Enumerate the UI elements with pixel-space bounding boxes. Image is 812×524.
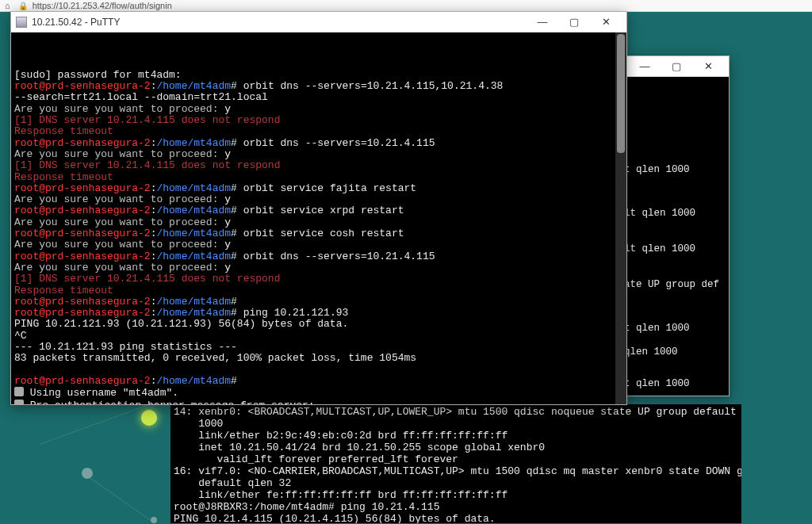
terminal-line: 83 packets transmitted, 0 received, 100%… bbox=[14, 353, 623, 364]
terminal-line bbox=[14, 365, 623, 376]
terminal-output[interactable]: [sudo] password for mt4adm:root@prd-senh… bbox=[11, 33, 626, 404]
terminal-line: --search=trt21.local --domain=trt21.loca… bbox=[14, 92, 623, 103]
terminal-line: root@prd-senhasegura-2:/home/mt4adm# pin… bbox=[14, 308, 623, 319]
login-banner-icon bbox=[14, 387, 24, 396]
putty-window: 10.21.50.42 - PuTTY — ▢ ✕ [sudo] passwor… bbox=[10, 11, 627, 405]
terminal-line: root@prd-senhasegura-2:/home/mt4adm# orb… bbox=[14, 81, 623, 92]
terminal-line: link/ether b2:9c:49:eb:c0:2d brd ff:ff:f… bbox=[174, 430, 738, 442]
bg-line bbox=[87, 476, 159, 524]
terminal-line: PING 10.21.121.93 (10.21.121.93) 56(84) … bbox=[14, 319, 623, 330]
minimize-button[interactable]: — bbox=[527, 13, 558, 32]
terminal-line: Are you sure you want to proceed: y bbox=[14, 239, 623, 251]
home-icon[interactable]: ⌂ bbox=[5, 1, 10, 10]
terminal-line: Are you sure you want to proceed: y bbox=[14, 104, 623, 115]
terminal-line: --- 10.21.121.93 ping statistics --- bbox=[14, 342, 623, 353]
window-title: 10.21.50.42 - PuTTY bbox=[32, 17, 120, 28]
terminal-line: inet 10.21.50.41/24 brd 10.21.50.255 sco… bbox=[174, 442, 738, 453]
terminal-line: Response timeout bbox=[14, 172, 623, 183]
terminal-line: Pre-authentication banner message from s… bbox=[14, 400, 623, 405]
terminal-line: Response timeout bbox=[14, 126, 623, 137]
scrollbar[interactable] bbox=[615, 33, 626, 404]
terminal-line: default qlen 32 bbox=[174, 477, 738, 489]
background-terminal-window: — ▢ ✕ t qlen 1000lt qlen 1000lt qlen 100… bbox=[619, 55, 730, 396]
terminal-line: Using username "mt4adm". bbox=[14, 387, 623, 399]
terminal-line: Are you sure you want to proceed: y bbox=[14, 262, 623, 273]
terminal-line: root@J8RBXR3:/home/mt4adm# ping 10.21.4.… bbox=[174, 501, 738, 513]
close-button[interactable]: ✕ bbox=[692, 57, 724, 76]
terminal-line: root@prd-senhasegura-2:/home/mt4adm# bbox=[14, 296, 623, 308]
middle-terminal-window: 14: xenbr0: <BROADCAST,MULTICAST,UP,LOWE… bbox=[170, 404, 741, 523]
browser-url[interactable]: https://10.21.253.42/flow/auth/signin bbox=[33, 1, 172, 10]
terminal-line: root@prd-senhasegura-2:/home/mt4adm# orb… bbox=[14, 251, 623, 262]
terminal-line: t qlen 1000 bbox=[624, 378, 690, 389]
terminal-line: PING 10.21.4.115 (10.21.4.115) 56(84) by… bbox=[174, 513, 738, 523]
terminal-line: ate UP group def bbox=[624, 279, 719, 290]
terminal-line: 14: xenbr0: <BROADCAST,MULTICAST,UP,LOWE… bbox=[174, 406, 738, 418]
close-button[interactable]: ✕ bbox=[590, 13, 622, 32]
terminal-line: [1] DNS server 10.21.4.115 does not resp… bbox=[14, 160, 623, 171]
terminal-line: Are you sure you want to proceed: y bbox=[14, 194, 623, 205]
terminal-line: root@prd-senhasegura-2:/home/mt4adm# orb… bbox=[14, 138, 623, 149]
terminal-line: link/ether fe:ff:ff:ff:ff:ff brd ff:ff:f… bbox=[174, 489, 738, 501]
terminal-line: [1] DNS server 10.21.4.115 does not resp… bbox=[14, 115, 623, 126]
bg-dot bbox=[151, 517, 157, 523]
bg-dot bbox=[82, 468, 93, 479]
terminal-line: [1] DNS server 10.21.4.115 does not resp… bbox=[14, 273, 623, 285]
scrollbar-thumb[interactable] bbox=[617, 34, 625, 153]
maximize-button[interactable]: ▢ bbox=[558, 13, 590, 32]
bg-dot bbox=[141, 410, 157, 426]
terminal-line: root@prd-senhasegura-2:/home/mt4adm# orb… bbox=[14, 183, 623, 194]
titlebar[interactable]: — ▢ ✕ bbox=[619, 56, 729, 77]
terminal-line: qlen 1000 bbox=[624, 346, 678, 358]
terminal-line: t qlen 1000 bbox=[624, 323, 690, 334]
terminal-line: 16: vif7.0: <NO-CARRIER,BROADCAST,MULTIC… bbox=[174, 465, 738, 477]
terminal-output: t qlen 1000lt qlen 1000lt qlen 1000ate U… bbox=[619, 77, 729, 396]
terminal-line: valid_lft forever preferred_lft forever bbox=[174, 453, 738, 465]
lock-icon: 🔒 bbox=[18, 2, 28, 10]
login-banner-icon bbox=[14, 400, 24, 405]
maximize-button[interactable]: ▢ bbox=[661, 57, 692, 76]
terminal-line: root@prd-senhasegura-2:/home/mt4adm# orb… bbox=[14, 228, 623, 239]
terminal-line: Response timeout bbox=[14, 285, 623, 296]
putty-icon bbox=[16, 17, 27, 28]
terminal-line: t qlen 1000 bbox=[624, 164, 690, 175]
terminal-line: lt qlen 1000 bbox=[624, 243, 695, 254]
terminal-line: Are you sure you want to proceed: y bbox=[14, 149, 623, 160]
titlebar[interactable]: 10.21.50.42 - PuTTY — ▢ ✕ bbox=[11, 12, 626, 33]
terminal-output: 14: xenbr0: <BROADCAST,MULTICAST,UP,LOWE… bbox=[170, 404, 741, 523]
browser-address-bar: ⌂ 🔒 https://10.21.253.42/flow/auth/signi… bbox=[0, 0, 812, 12]
terminal-line: root@prd-senhasegura-2:/home/mt4adm# bbox=[14, 376, 623, 387]
terminal-line: ^C bbox=[14, 331, 623, 342]
minimize-button[interactable]: — bbox=[629, 57, 661, 76]
terminal-line: Are you sure you want to proceed: y bbox=[14, 217, 623, 228]
terminal-line: 1000 bbox=[174, 418, 738, 430]
terminal-line: lt qlen 1000 bbox=[624, 208, 695, 219]
terminal-line: [sudo] password for mt4adm: bbox=[14, 70, 623, 81]
terminal-line: root@prd-senhasegura-2:/home/mt4adm# orb… bbox=[14, 205, 623, 216]
